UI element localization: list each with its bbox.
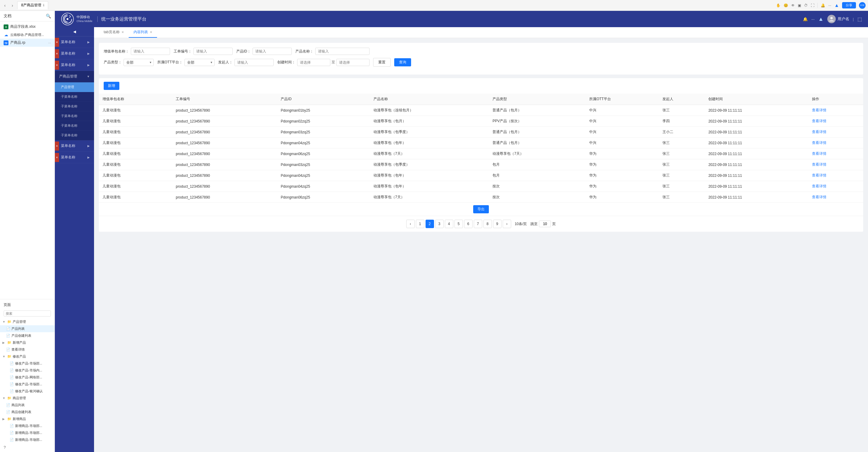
nav-item-2[interactable]: 菜单名称 ▶: [55, 48, 94, 59]
field4-input[interactable]: [315, 48, 370, 55]
field7-input[interactable]: [235, 59, 274, 66]
nav-sub-item-3[interactable]: 子菜单名称: [55, 111, 94, 121]
fullscreen-icon[interactable]: ⛶: [811, 3, 814, 7]
field1-input[interactable]: [131, 48, 170, 55]
field3-input[interactable]: [253, 48, 292, 55]
nav-delete-icon-3[interactable]: ✕: [55, 61, 59, 70]
ott-select[interactable]: 全部: [184, 59, 215, 66]
nav-collapse-button[interactable]: ◀: [55, 27, 94, 36]
tab-close-icon-2[interactable]: ✕: [150, 30, 152, 34]
query-button[interactable]: 查询: [394, 58, 411, 66]
help-icon[interactable]: ?: [0, 444, 55, 451]
page-btn-9[interactable]: 9: [493, 220, 501, 228]
file-item-cloud[interactable]: ☁ 云南移动-产商品管理...: [0, 31, 55, 38]
grid-icon[interactable]: ▣: [798, 3, 801, 7]
page-btn-4[interactable]: 4: [445, 220, 453, 228]
view-detail-button[interactable]: 查看详情: [812, 184, 827, 189]
nav-item-6[interactable]: 菜单名称 ▶: [55, 152, 94, 163]
hand-icon[interactable]: ✋: [776, 3, 781, 7]
tree-item-modify-product[interactable]: ▼ 📁 修改产品: [0, 353, 55, 360]
tree-item-product-management[interactable]: ▼ 📁 产品管理: [0, 318, 55, 325]
page-btn-8[interactable]: 8: [484, 220, 492, 228]
page-btn-3[interactable]: 3: [435, 220, 444, 228]
next-page-button[interactable]: ›: [503, 220, 511, 228]
tree-item-new-goods1[interactable]: 📄 新增商品-市场部...: [0, 422, 55, 429]
eye-icon[interactable]: 👁: [791, 3, 795, 7]
tab-item-2[interactable]: 内容列表 ✕: [129, 27, 157, 38]
nav-item-product-management[interactable]: 产商品管理 ▼: [55, 71, 94, 82]
view-detail-button[interactable]: 查看详情: [812, 140, 827, 145]
nav-item-6-wrapper: ✕ 菜单名称 ▶: [55, 152, 94, 163]
more-icon[interactable]: ···: [828, 3, 831, 7]
forward-button[interactable]: ›: [10, 2, 15, 8]
clock-icon[interactable]: ⏱: [804, 3, 808, 7]
page-btn-6[interactable]: 6: [464, 220, 472, 228]
tree-item-new-goods3[interactable]: 📄 新增商品-市场部...: [0, 436, 55, 443]
nav-item-3[interactable]: 菜单名称 ▶: [55, 59, 94, 71]
page-icon: 📄: [10, 431, 14, 435]
page-btn-5[interactable]: 5: [455, 220, 463, 228]
page-btn-7[interactable]: 7: [474, 220, 482, 228]
page-btn-1[interactable]: 1: [416, 220, 424, 228]
collapse-icon: ◀: [73, 30, 76, 34]
bell-icon[interactable]: 🔔: [821, 3, 825, 7]
nav-delete-icon-5[interactable]: ✕: [55, 142, 59, 150]
header-more-icon[interactable]: ···: [811, 17, 815, 22]
view-detail-button[interactable]: 查看详情: [812, 119, 827, 124]
header-logout-icon[interactable]: ⬚: [858, 16, 862, 22]
face-icon[interactable]: 😊: [784, 3, 788, 7]
nav-sub-item-5[interactable]: 子菜单名称: [55, 131, 94, 140]
file-item-excel[interactable]: x 商品字段表.xlsx: [0, 23, 55, 31]
reset-button[interactable]: 重置: [373, 58, 391, 67]
tree-item-modify4[interactable]: 📄 修改产品-市场部...: [0, 381, 55, 388]
date-start-input[interactable]: [297, 59, 330, 66]
tab-item-1[interactable]: tab页名称 ✕: [99, 27, 129, 38]
tree-item-goods-management[interactable]: ▼ 📁 商品管理: [0, 395, 55, 402]
back-button[interactable]: ‹: [2, 2, 7, 8]
tree-item-view-detail[interactable]: 📄 查看详情: [0, 346, 55, 353]
file-item-rp[interactable]: rp 产商品.rp ···: [0, 38, 55, 47]
view-detail-button[interactable]: 查看详情: [812, 162, 827, 167]
date-end-input[interactable]: [336, 59, 370, 66]
tree-item-product-create-list[interactable]: 📄 产品创建列表: [0, 332, 55, 339]
nav-item-1[interactable]: 菜单名称 ▶: [55, 36, 94, 48]
header-bell-icon[interactable]: 🔔: [803, 17, 808, 22]
pages-search-input[interactable]: [4, 310, 51, 316]
tree-item-product-list[interactable]: 📄 产品列表: [0, 325, 55, 332]
nav-delete-icon-6[interactable]: ✕: [55, 153, 59, 162]
nav-delete-icon-1[interactable]: ✕: [55, 38, 59, 47]
tree-item-goods-list[interactable]: 📄 商品列表: [0, 402, 55, 408]
page-btn-2[interactable]: 2: [426, 220, 434, 228]
view-detail-button[interactable]: 查看详情: [812, 130, 827, 135]
tree-item-new-goods2[interactable]: 📄 新增商品-市场部...: [0, 429, 55, 436]
tree-item-goods-create-list[interactable]: 📄 商品创建列表: [0, 408, 55, 416]
tree-item-modify1[interactable]: 📄 修改产品-市场部...: [0, 360, 55, 367]
cell-pid: Pdongman03zq25: [277, 159, 370, 170]
share-button[interactable]: 分享: [842, 2, 856, 8]
file-search-icon[interactable]: 🔍: [46, 13, 51, 19]
prev-page-button[interactable]: ‹: [406, 220, 415, 228]
nav-delete-icon-2[interactable]: ✕: [55, 49, 59, 58]
browser-tab[interactable]: 8产商品管理 ℹ: [17, 1, 48, 9]
tree-item-modify2[interactable]: 📄 修改产品-市场内...: [0, 367, 55, 374]
file-more-icon[interactable]: ···: [48, 41, 51, 45]
export-button[interactable]: 导出: [473, 205, 489, 213]
nav-sub-item-2[interactable]: 子菜单名称: [55, 102, 94, 111]
nav-item-5[interactable]: 菜单名称 ▶: [55, 140, 94, 152]
view-detail-button[interactable]: 查看详情: [812, 108, 827, 113]
tree-item-new-goods[interactable]: ▶ 📁 新增商品: [0, 416, 55, 422]
field2-input[interactable]: [193, 48, 233, 55]
add-button[interactable]: 新增: [104, 82, 119, 90]
view-detail-button[interactable]: 查看详情: [812, 151, 827, 156]
goto-input[interactable]: [539, 221, 551, 227]
tree-item-new-product[interactable]: ▶ 📁 新增产品: [0, 339, 55, 346]
nav-sub-item-4[interactable]: 子菜单名称: [55, 121, 94, 131]
tree-item-modify5[interactable]: 📄 修改产品-银河确认: [0, 388, 55, 395]
tree-item-modify3[interactable]: 📄 修改产品-网络部...: [0, 374, 55, 381]
view-detail-button[interactable]: 查看详情: [812, 173, 827, 178]
view-detail-button[interactable]: 查看详情: [812, 195, 827, 200]
nav-sub-item-product-manage[interactable]: 产品管理: [55, 82, 94, 92]
ptype-select[interactable]: 全部: [124, 59, 154, 66]
nav-sub-item-1[interactable]: 子菜单名称: [55, 92, 94, 102]
tab-close-icon-1[interactable]: ✕: [121, 30, 124, 34]
